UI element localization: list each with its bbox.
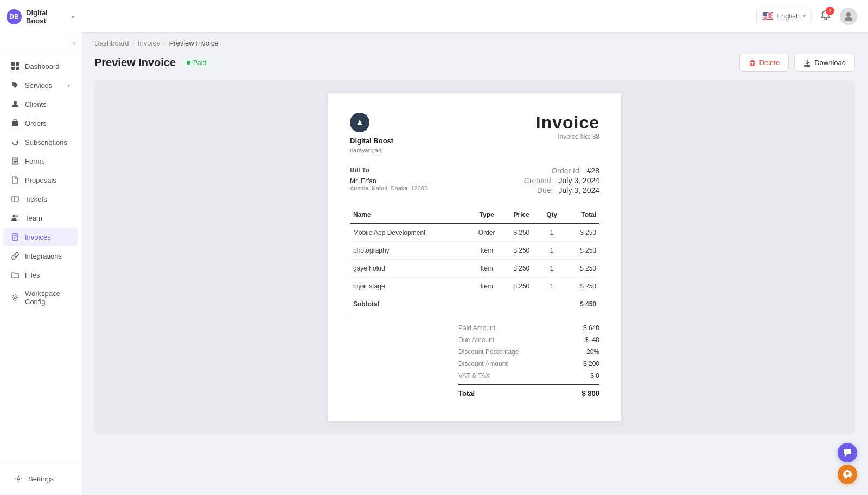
user-avatar[interactable]: [840, 8, 857, 25]
sidebar-item-team[interactable]: Team: [3, 209, 78, 227]
breadcrumb-sep-1: ›: [132, 39, 135, 47]
language-selector[interactable]: 🇺🇸 English ▾: [756, 8, 812, 24]
sidebar-item-proposals[interactable]: Proposals: [3, 171, 78, 189]
sidebar-item-workspace[interactable]: Workspace Config: [3, 285, 78, 311]
due-label: Due:: [537, 186, 553, 195]
sidebar: DB Digital Boost ▾ ‹ Dashboard Services …: [0, 0, 81, 495]
summary-value: 20%: [586, 348, 599, 356]
summary-row: Discount Amount $ 200: [458, 358, 599, 370]
breadcrumb-invoice[interactable]: Invoice: [138, 39, 160, 47]
cell-total: $ 250: [565, 223, 599, 242]
table-row: gaye holud Item $ 250 1 $ 250: [350, 260, 599, 278]
col-header-name: Name: [350, 207, 469, 223]
cell-type: Item: [469, 260, 505, 278]
page-title: Preview Invoice: [94, 56, 176, 69]
breadcrumb-dashboard[interactable]: Dashboard: [94, 39, 129, 47]
sidebar-item-services[interactable]: Services ▾: [3, 76, 78, 94]
col-header-total: Total: [565, 207, 599, 223]
sidebar-item-subscriptions[interactable]: Subscriptions: [3, 133, 78, 151]
sidebar-item-settings[interactable]: Settings: [7, 470, 74, 488]
sidebar-item-label: Integrations: [25, 252, 62, 260]
sidebar-item-label: Orders: [25, 119, 47, 127]
sidebar-item-forms[interactable]: Forms: [3, 152, 78, 170]
folder-icon: [11, 271, 20, 279]
svg-rect-0: [11, 62, 15, 66]
cell-name: photography: [350, 242, 469, 260]
sidebar-item-invoices[interactable]: Invoices: [3, 228, 78, 246]
sidebar-item-dashboard[interactable]: Dashboard: [3, 57, 78, 75]
created-value: July 3, 2024: [559, 176, 600, 185]
breadcrumb: Dashboard › Invoice › Preview Invoice: [81, 33, 868, 47]
language-label: English: [776, 12, 800, 20]
cell-qty: 1: [539, 242, 565, 260]
sidebar-item-files[interactable]: Files: [3, 266, 78, 284]
status-dot: [187, 61, 190, 65]
refresh-icon: [11, 138, 20, 146]
invoice-bill-to: Bill To Mr. Erfan Austria, Kabul, Dhaka,…: [350, 166, 427, 196]
invoice-company-name: Digital Boost: [350, 137, 393, 145]
sidebar-item-clients[interactable]: Clients: [3, 95, 78, 113]
subtotal-row: Subtotal $ 450: [350, 295, 599, 313]
settings-alt-icon: [11, 293, 20, 302]
link-icon: [11, 252, 20, 260]
sidebar-item-integrations[interactable]: Integrations: [3, 247, 78, 265]
invoice-company-logo: [350, 113, 369, 132]
cell-price: $ 250: [504, 278, 539, 295]
invoice-outer: Digital Boost narayanganj Invoice Invoic…: [94, 80, 855, 434]
page-header: Preview Invoice Paid Delete: [81, 47, 868, 80]
sidebar-collapse-button[interactable]: ‹: [0, 34, 81, 52]
delete-button[interactable]: Delete: [739, 54, 789, 72]
due-value: July 3, 2024: [559, 186, 600, 195]
summary-row: VAT & TAX $ 0: [458, 370, 599, 382]
status-badge: Paid: [181, 57, 212, 68]
grid-icon: [11, 62, 20, 70]
notification-button[interactable]: 1: [820, 10, 831, 22]
main-content: Dashboard › Invoice › Preview Invoice Pr…: [81, 33, 868, 495]
summary-row: Paid Amount $ 640: [458, 322, 599, 334]
svg-rect-2: [11, 67, 15, 70]
subtotal-label: Subtotal: [350, 295, 469, 313]
col-header-qty: Qty: [539, 207, 565, 223]
svg-point-4: [14, 101, 17, 104]
summary-label: Paid Amount: [458, 324, 495, 332]
chat-widget[interactable]: [838, 443, 857, 462]
invoice-icon: [11, 233, 20, 241]
sidebar-item-tickets[interactable]: Tickets: [3, 190, 78, 208]
cell-name: Mobile App Development: [350, 223, 469, 242]
invoice-title-area: Invoice Invoice No: 38: [536, 113, 599, 140]
sidebar-item-label: Dashboard: [25, 62, 60, 70]
support-widget[interactable]: [838, 465, 857, 484]
breadcrumb-sep-2: ›: [163, 39, 165, 47]
summary-value: $ 640: [583, 324, 599, 332]
order-id-label: Order Id:: [551, 166, 581, 175]
download-button[interactable]: Download: [794, 54, 855, 72]
sidebar-item-orders[interactable]: Orders: [3, 114, 78, 132]
notification-badge: 1: [826, 7, 834, 15]
header-actions: Delete Download: [739, 54, 855, 72]
order-id-row: Order Id: #28: [524, 166, 599, 175]
topbar-right: 🇺🇸 English ▾ 1: [756, 8, 857, 25]
order-id-value: #28: [587, 166, 599, 175]
cell-total: $ 250: [565, 260, 599, 278]
delete-label: Delete: [760, 59, 780, 67]
summary-value: $ -40: [585, 336, 599, 344]
settings-label: Settings: [28, 475, 54, 483]
table-row: biyar stage Item $ 250 1 $ 250: [350, 278, 599, 295]
summary-row: Due Amount $ -40: [458, 334, 599, 346]
invoice-number: Invoice No: 38: [536, 133, 599, 140]
summary-value: $ 0: [590, 372, 599, 380]
brand-logo: DB: [7, 9, 22, 24]
sidebar-nav: Dashboard Services ▾ Clients Orders: [0, 52, 81, 462]
status-label: Paid: [193, 59, 206, 67]
cell-name: biyar stage: [350, 278, 469, 295]
summary-label: Discount Amount: [458, 360, 508, 368]
col-header-type: Type: [469, 207, 505, 223]
invoice-summary: Paid Amount $ 640 Due Amount $ -40 Disco…: [350, 322, 599, 400]
sidebar-brand[interactable]: DB Digital Boost ▾: [0, 0, 81, 34]
svg-rect-1: [16, 62, 19, 66]
cell-type: Item: [469, 278, 505, 295]
invoice-title: Invoice: [536, 113, 599, 133]
summary-label: Due Amount: [458, 336, 494, 344]
people-icon: [11, 214, 20, 222]
bill-to-label: Bill To: [350, 166, 427, 174]
